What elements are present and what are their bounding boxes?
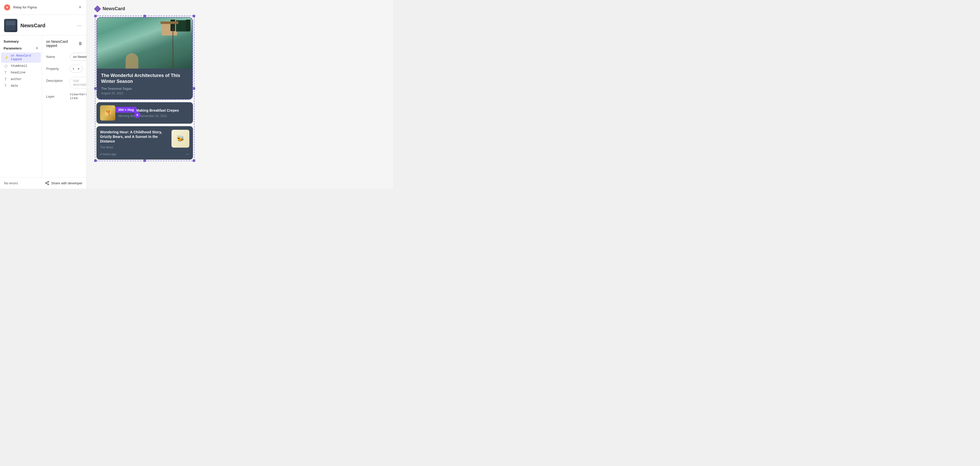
preview-title: NewsCard <box>103 6 125 11</box>
description-input[interactable]: Add description <box>70 77 86 89</box>
params-header: Parameters + <box>0 46 42 52</box>
name-field-row: Name <box>46 53 83 61</box>
layer-field-row: Layer view=hero-item ⊕ <box>46 92 83 100</box>
svg-point-4 <box>48 181 49 182</box>
property-field-row: Property tap-handler long-press swipe ▾ <box>46 65 83 73</box>
relay-diamond-icon <box>94 5 101 12</box>
text-icon-date: T <box>5 84 9 88</box>
bottom-card-title: Wondering Hour: A Childhood Story, Grizz… <box>100 130 169 144</box>
plus-badge: + <box>134 112 140 118</box>
property-select-wrapper: tap-handler long-press swipe ▾ <box>70 65 83 73</box>
detail-section: on NewsCard tapped 🗑 Name Property tap-h… <box>42 35 86 177</box>
app-title: Relay for Figma <box>13 5 37 9</box>
svg-rect-0 <box>6 21 15 25</box>
food-thumbnail: 🥞 <box>100 105 115 120</box>
status-text: No errors <box>4 181 18 185</box>
panel-header-left: ♥ Relay for Figma <box>4 4 37 10</box>
image-icon: ▢ <box>5 64 9 68</box>
handle-top-left <box>94 15 97 17</box>
name-input[interactable] <box>70 53 86 61</box>
hero-card: The Wonderful Architectures of This Wint… <box>97 17 193 100</box>
bottom-card-text: Wondering Hour: A Childhood Story, Grizz… <box>100 130 169 152</box>
hero-date: August 25, 2021 <box>101 92 188 95</box>
list-card-1-meta: Morning Bre... November 10, 2021 <box>118 114 189 118</box>
list-card-1-wrapper: 🥞 The Art of Making Breakfast Crepes Mor… <box>97 102 193 124</box>
summary-label: Summary <box>0 40 42 46</box>
list-card-1-date: November 10, 2021 <box>140 114 167 118</box>
svg-line-7 <box>46 182 48 183</box>
layer-field: view=hero-item ⊕ <box>70 92 86 100</box>
param-label-author: author <box>11 78 22 81</box>
newscard-preview: The Wonderful Architectures of This Wint… <box>95 16 194 161</box>
component-name: NewsCard <box>21 23 76 29</box>
text-icon-author: T <box>5 78 9 81</box>
share-button[interactable]: Share with developer <box>45 181 83 185</box>
component-header: NewsCard ⋯ <box>0 15 86 35</box>
parameters-label: Parameters <box>3 46 22 50</box>
panel-body: Summary Parameters + ⚡ on NewsCard tappe… <box>0 35 86 177</box>
detail-header: on NewsCard tapped 🗑 <box>46 40 83 48</box>
close-button[interactable]: × <box>78 3 83 11</box>
svg-rect-1 <box>6 26 11 28</box>
svg-rect-2 <box>11 26 15 28</box>
size-badge: 354 × Hug <box>116 107 137 113</box>
param-item-date[interactable]: T date <box>1 82 41 89</box>
param-item-thumbnail[interactable]: ▢ thumbnail <box>1 63 41 69</box>
three-dot-button[interactable]: ⋯ <box>185 152 189 157</box>
handle-bottom-mid <box>143 159 146 162</box>
text-icon-headline: T <box>5 71 9 74</box>
list-card-1: 🥞 The Art of Making Breakfast Crepes Mor… <box>97 102 193 124</box>
handle-top-right <box>192 15 195 17</box>
hero-content: The Wonderful Architectures of This Wint… <box>97 68 192 99</box>
share-icon <box>45 181 49 185</box>
handle-bottom-left <box>94 159 97 162</box>
component-thumb-inner <box>4 19 18 32</box>
share-label: Share with developer <box>51 181 83 185</box>
layer-value: view=hero-item <box>70 92 86 100</box>
sidebar-section: Summary Parameters + ⚡ on NewsCard tappe… <box>0 35 42 177</box>
preview-header: NewsCard <box>95 6 385 11</box>
param-item-headline[interactable]: T headline <box>1 69 41 76</box>
param-item-on-newscard-tapped[interactable]: ⚡ on NewsCard tapped <box>1 52 41 63</box>
bottom-bar: No errors Share with developer <box>0 177 86 189</box>
relay-diamond-container <box>95 6 100 11</box>
param-label-event: on NewsCard tapped <box>11 54 37 61</box>
detail-title: on NewsCard tapped <box>46 40 78 48</box>
event-icon: ⚡ <box>5 56 9 59</box>
arch-detail <box>126 53 138 68</box>
right-panel: NewsCard The Wonderful Architectures of … <box>87 0 393 189</box>
shutter-right <box>186 20 190 31</box>
more-button[interactable]: ⋯ <box>76 22 83 29</box>
svg-point-5 <box>48 184 49 185</box>
param-item-author[interactable]: T author <box>1 76 41 82</box>
property-label: Property <box>46 65 67 71</box>
handle-right-mid <box>192 87 195 90</box>
param-label-headline: headline <box>11 71 25 74</box>
description-label: Description <box>46 77 67 82</box>
add-parameter-button[interactable]: + <box>35 46 38 51</box>
bottom-card-footer: 4 hours ago ⋯ <box>100 152 189 157</box>
list-card-1-thumb: 🥞 <box>100 105 115 120</box>
hero-headline: The Wonderful Architectures of This Wint… <box>101 73 188 85</box>
name-label: Name <box>46 53 67 59</box>
layer-label: Layer <box>46 92 67 98</box>
handle-bottom-right <box>192 159 195 162</box>
hero-author: The Seasonal Sagas <box>101 87 188 90</box>
relay-logo: ♥ <box>4 4 10 10</box>
panel-header: ♥ Relay for Figma × <box>0 0 86 15</box>
svg-line-8 <box>46 183 48 184</box>
description-field-row: Description Add description <box>46 77 83 89</box>
component-thumbnail <box>4 19 18 32</box>
param-label-thumbnail: thumbnail <box>11 64 27 68</box>
lamp-post <box>172 28 173 68</box>
property-select[interactable]: tap-handler long-press swipe <box>70 65 83 73</box>
delete-button[interactable]: 🗑 <box>78 41 83 46</box>
svg-point-6 <box>45 182 46 184</box>
bee-thumbnail: 🐝 <box>172 130 189 147</box>
hero-image <box>97 17 192 68</box>
bottom-card-content: Wondering Hour: A Childhood Story, Grizz… <box>100 130 189 152</box>
bottom-card: Wondering Hour: A Childhood Story, Grizz… <box>97 126 193 160</box>
left-panel: ♥ Relay for Figma × NewsCard ⋯ Summary <box>0 0 87 189</box>
bottom-card-author: The Bees <box>100 146 169 149</box>
param-label-date: date <box>11 84 18 88</box>
